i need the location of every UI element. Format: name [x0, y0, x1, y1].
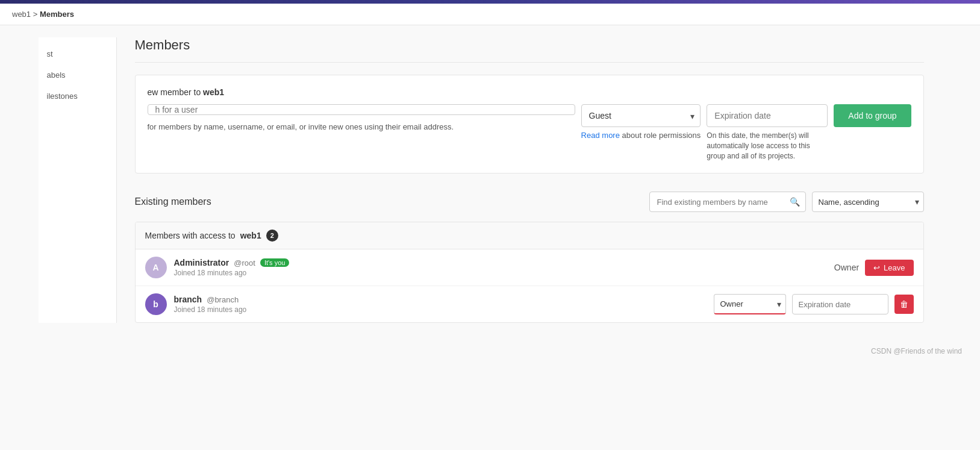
member-name-line: Administrator @root It's you	[174, 258, 827, 267]
find-members-input[interactable]	[649, 192, 806, 212]
existing-members-controls: 🔍 Name, ascending Name, descending Last …	[649, 192, 924, 212]
member-joined: Joined 18 minutes ago	[174, 269, 827, 277]
members-table: Members with access to web1 2 A Administ…	[135, 222, 924, 323]
members-group-name: web1	[240, 231, 261, 240]
leave-button[interactable]: ↩ Leave	[865, 260, 913, 276]
existing-members-header: Existing members 🔍 Name, ascending Name,…	[135, 192, 924, 212]
role-select-wrapper: Guest Reporter Developer Maintainer Owne…	[581, 104, 701, 140]
members-count-badge: 2	[266, 230, 278, 242]
avatar: A	[145, 257, 167, 278]
search-hint: for members by name, username, or email,…	[148, 122, 575, 131]
add-member-group-name: web1	[203, 87, 224, 97]
member-name-line: branch @branch	[174, 295, 707, 304]
add-to-group-button[interactable]: Add to group	[834, 104, 911, 127]
read-more-link[interactable]: Read more	[581, 131, 620, 140]
member-role-select[interactable]: Guest Reporter Developer Maintainer Owne…	[714, 294, 786, 314]
member-handle: @branch	[207, 295, 239, 304]
sort-select-wrapper: Name, ascending Name, descending Last jo…	[812, 192, 924, 212]
member-info: branch @branch Joined 18 minutes ago	[174, 295, 707, 314]
member-info: Administrator @root It's you Joined 18 m…	[174, 258, 827, 277]
sidebar: st abels ilestones	[39, 37, 117, 323]
expiration-note: On this date, the member(s) will automat…	[707, 131, 827, 161]
add-member-section: ew member to web1 for members by name, u…	[135, 75, 924, 173]
add-member-title: ew member to web1	[148, 87, 911, 97]
expiration-wrapper: On this date, the member(s) will automat…	[707, 104, 828, 161]
sort-select[interactable]: Name, ascending Name, descending Last jo…	[812, 192, 924, 212]
sidebar-item-3[interactable]: ilestones	[39, 86, 116, 107]
search-user-input[interactable]	[148, 104, 575, 115]
find-members-input-wrapper: 🔍	[649, 192, 806, 212]
member-role-label: Owner	[834, 263, 859, 272]
main-content: Members ew member to web1 for members by…	[117, 37, 942, 323]
role-select[interactable]: Guest Reporter Developer Maintainer Owne…	[581, 104, 701, 127]
member-handle: @root	[234, 258, 255, 267]
member-name: Administrator	[174, 258, 229, 267]
footer-note: CSDN @Friends of the wind	[0, 335, 980, 367]
member-joined: Joined 18 minutes ago	[174, 305, 707, 314]
table-row: b branch @branch Joined 18 minutes ago G…	[136, 286, 923, 322]
delete-member-button[interactable]: 🗑	[894, 295, 914, 314]
member-role-select-wrapper: Guest Reporter Developer Maintainer Owne…	[714, 294, 786, 314]
trash-icon: 🗑	[900, 299, 908, 309]
member-actions: Owner ↩ Leave	[834, 260, 914, 276]
members-group-label: Members with access to	[145, 231, 236, 240]
leave-icon: ↩	[873, 263, 880, 272]
sidebar-item-1[interactable]: st	[39, 43, 116, 64]
page-title: Members	[135, 37, 924, 63]
member-name: branch	[174, 295, 202, 304]
existing-members-title: Existing members	[135, 196, 211, 207]
member-expiry-input[interactable]	[792, 294, 888, 314]
its-you-badge: It's you	[260, 258, 290, 267]
add-member-form: for members by name, username, or email,…	[148, 104, 911, 161]
avatar: b	[145, 293, 167, 315]
role-help: Read more about role permissions	[581, 131, 701, 140]
breadcrumb-current: Members	[40, 10, 74, 19]
breadcrumb: web1 > Members	[0, 4, 980, 25]
expiration-date-input[interactable]	[707, 104, 828, 127]
table-row: A Administrator @root It's you Joined 18…	[136, 249, 923, 286]
breadcrumb-parent[interactable]: web1	[12, 10, 31, 19]
member-actions: Guest Reporter Developer Maintainer Owne…	[714, 294, 914, 314]
breadcrumb-separator: >	[33, 10, 38, 19]
members-group-header: Members with access to web1 2	[136, 222, 923, 249]
sidebar-item-2[interactable]: abels	[39, 64, 116, 86]
